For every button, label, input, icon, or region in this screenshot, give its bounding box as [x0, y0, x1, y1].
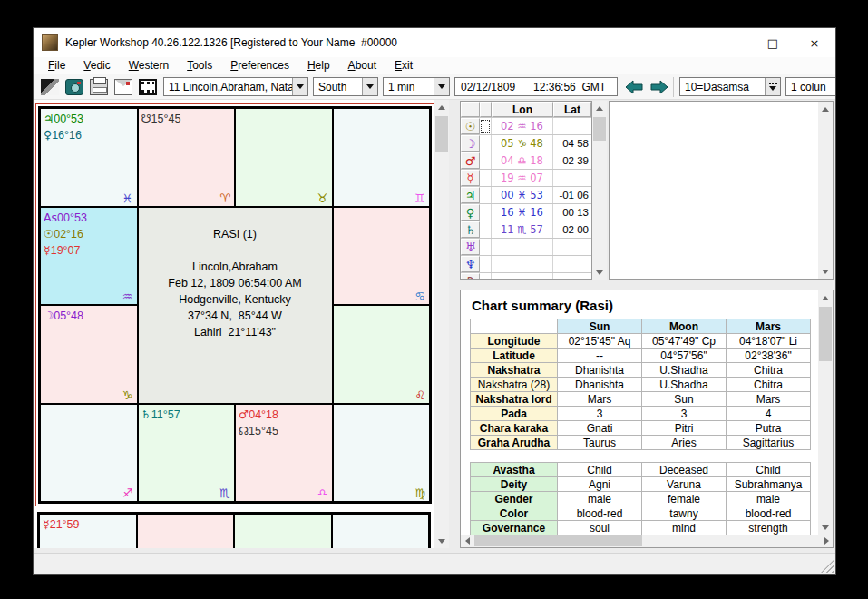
camera-icon[interactable]: [65, 79, 83, 95]
summary-row: Nakshatra lordMarsSunMars: [471, 392, 811, 407]
summary-row: [471, 450, 811, 463]
summary-value: Putra: [727, 421, 811, 436]
scrollbar-thumb[interactable]: [435, 116, 448, 152]
blank-col-header[interactable]: [480, 102, 492, 117]
uranus-icon[interactable]: ♅: [461, 239, 480, 255]
row-select-cell[interactable]: [480, 239, 492, 255]
time-step-selector[interactable]: 1 min: [383, 77, 450, 96]
chart-style-selector[interactable]: South: [313, 77, 378, 96]
summary-value: Pitri: [642, 421, 727, 436]
summary-value: Aries: [642, 436, 727, 450]
moon-icon[interactable]: ☽: [461, 135, 480, 152]
menu-tools[interactable]: Tools: [178, 57, 221, 74]
summary-value: --: [558, 349, 642, 363]
scroll-left-icon[interactable]: [461, 535, 473, 547]
summary-value: Sun: [642, 392, 727, 407]
planet-table-scrollbar[interactable]: [592, 101, 607, 280]
summary-value: Dhanishta: [558, 363, 642, 378]
pluto-icon[interactable]: ♇: [461, 273, 480, 280]
summary-col-mars: Mars: [727, 319, 811, 334]
chart-info-line: RASI (1): [213, 226, 257, 242]
scroll-up-icon[interactable]: [818, 290, 833, 305]
menu-file[interactable]: File: [39, 57, 74, 74]
lat-col-header[interactable]: Lat: [553, 102, 591, 117]
scrollbar-thumb[interactable]: [474, 535, 642, 546]
sun-icon[interactable]: ☉: [461, 118, 480, 134]
planet-position: ☿21°59: [43, 516, 133, 533]
summary-row: Chara karakaGnatiPitriPutra: [471, 421, 811, 436]
scrollbar-thumb[interactable]: [819, 307, 832, 361]
scroll-up-icon[interactable]: [818, 102, 833, 116]
planet-col-header[interactable]: [461, 102, 480, 117]
chart-panel-scrollbar[interactable]: [434, 100, 449, 548]
scroll-up-icon[interactable]: [434, 100, 449, 114]
chart-info-line: Feb 12, 1809 06:54:00 AM: [168, 275, 301, 291]
summary-row: Longitude02°15'45" Aq05°47'49" Cp04°18'0…: [471, 334, 811, 349]
venus-icon[interactable]: ♀: [461, 204, 480, 221]
scroll-down-icon[interactable]: [592, 265, 607, 280]
rasi-cell-taurus: ♉: [235, 108, 333, 207]
rasi-cell-libra: ♂04°18☊15°45♎: [235, 404, 333, 503]
menu-help[interactable]: Help: [298, 57, 339, 74]
scroll-down-icon[interactable]: [818, 264, 833, 279]
menu-western[interactable]: Western: [120, 57, 178, 74]
scroll-down-icon[interactable]: [434, 534, 449, 548]
summary-label: Governance: [471, 521, 558, 535]
summary-label: Nakshatra (28): [471, 378, 558, 392]
minimize-icon[interactable]: –: [710, 29, 752, 56]
cancer-sign-icon: ♋: [414, 290, 425, 303]
row-select-cell[interactable]: [480, 152, 492, 169]
scrollbar-thumb[interactable]: [593, 117, 606, 141]
chart-selector[interactable]: 11 Lincoln,Abraham, Natal: [163, 77, 308, 96]
row-select-cell[interactable]: [480, 187, 492, 203]
chevron-down-icon[interactable]: [362, 78, 377, 95]
planet-row-pluto: ♇: [461, 273, 591, 280]
scroll-up-icon[interactable]: [592, 101, 607, 115]
chevron-down-icon[interactable]: [434, 78, 449, 95]
summary-hscrollbar[interactable]: [461, 535, 833, 547]
print-icon[interactable]: [90, 79, 108, 95]
summary-value: 04°57'56": [642, 349, 727, 363]
film-icon[interactable]: [139, 79, 157, 95]
chevron-down-icon[interactable]: [292, 78, 307, 95]
report-panel: [609, 101, 834, 280]
row-select-cell[interactable]: [480, 256, 492, 272]
jupiter-icon[interactable]: ♃: [461, 187, 480, 203]
spin-down-icon[interactable]: [765, 78, 780, 95]
menu-about[interactable]: About: [339, 57, 385, 74]
row-select-cell[interactable]: [480, 204, 492, 221]
neptune-icon[interactable]: ♆: [461, 256, 480, 272]
summary-vscrollbar[interactable]: [818, 290, 833, 535]
menu-preferences[interactable]: Preferences: [221, 57, 298, 74]
datetime-field[interactable]: 02/12/1809 12:36:56 GMT: [454, 77, 618, 96]
column-selector[interactable]: 1 colun: [785, 77, 835, 96]
row-select-cell[interactable]: [480, 273, 492, 280]
row-select-cell[interactable]: [480, 221, 492, 238]
mercury-icon[interactable]: ☿: [461, 170, 480, 186]
lon-col-header[interactable]: Lon: [492, 102, 553, 117]
menu-exit[interactable]: Exit: [385, 57, 422, 74]
saturn-icon[interactable]: ♄: [461, 221, 480, 238]
step-back-button[interactable]: [625, 80, 645, 94]
close-icon[interactable]: ×: [794, 29, 835, 56]
maximize-icon[interactable]: □: [752, 29, 794, 56]
step-forward-button[interactable]: [649, 80, 668, 94]
chart-info-line: Lincoln,Abraham: [192, 259, 278, 275]
row-select-cell[interactable]: [480, 135, 492, 152]
summary-value: [642, 450, 727, 463]
row-select-cell[interactable]: [480, 118, 492, 134]
longitude-value: [492, 273, 553, 280]
menu-vedic[interactable]: Vedic: [74, 57, 119, 74]
report-panel-scrollbar[interactable]: [818, 102, 833, 279]
email-icon[interactable]: [114, 79, 132, 95]
varga-selector[interactable]: 10=Dasamsa: [679, 77, 781, 96]
rasi-chart-center-info: RASI (1)Lincoln,AbrahamFeb 12, 1809 06:5…: [138, 207, 333, 404]
mars-icon[interactable]: ♂: [461, 152, 480, 169]
toolbar: 11 Lincoln,Abraham, Natal South 1 min 02…: [34, 74, 835, 100]
draw-icon[interactable]: [41, 79, 59, 95]
row-select-cell[interactable]: [480, 170, 492, 186]
resize-grip[interactable]: [821, 560, 834, 573]
scroll-down-icon[interactable]: [818, 520, 833, 535]
summary-label: Color: [471, 506, 558, 521]
scroll-right-icon[interactable]: [820, 535, 833, 547]
